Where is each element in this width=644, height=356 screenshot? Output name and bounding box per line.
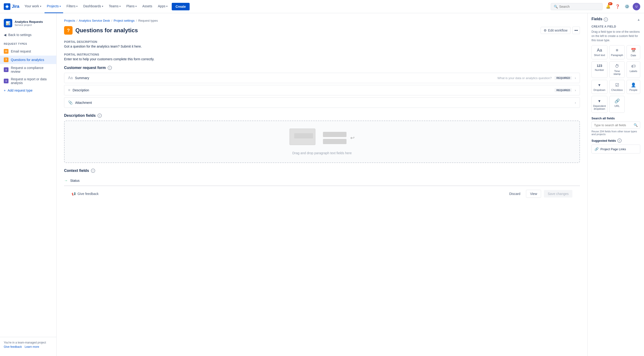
main-content: Projects / Analytics Service Desk / Proj… [56, 13, 588, 356]
field-type-dropdown[interactable]: ▾ Dropdown [592, 80, 608, 94]
field-type-date[interactable]: 📅 Date [626, 45, 640, 59]
field-type-paragraph[interactable]: ≡ Paragraph [609, 45, 625, 59]
jira-logo[interactable]: Jira [4, 3, 19, 10]
notifications-button[interactable]: 🔔 9+ [604, 3, 612, 10]
number-icon: 123 [597, 64, 602, 67]
description-fields-dropzone[interactable]: ↩ Drag and drop paragraph text fields he… [64, 121, 580, 163]
logo-text: Jira [12, 4, 19, 9]
nav-dashboards[interactable]: Dashboards ▾ [81, 0, 106, 13]
breadcrumb-analytics-service-desk[interactable]: Analytics Service Desk [79, 19, 110, 22]
panel-collapse-button[interactable]: ▲ [637, 18, 640, 21]
back-to-settings[interactable]: ◀ Back to settings [0, 31, 56, 39]
project-name: Analytics Requests [14, 20, 43, 23]
customer-request-form-header: Customer request form i [64, 66, 580, 70]
context-fields-info-icon[interactable]: i [91, 169, 95, 173]
nav-assets[interactable]: Assets [140, 0, 154, 13]
field-type-dependent-dropdown[interactable]: ▾ Dependent dropdown [592, 96, 608, 113]
page-header: ? Questions for analytics ⚙ Edit workflo… [64, 26, 580, 35]
create-field-section-label: CREATE A FIELD [592, 25, 640, 28]
discard-button[interactable]: Discard [506, 190, 523, 198]
create-button[interactable]: Create [172, 3, 190, 10]
paragraph-icon: ≡ [616, 48, 618, 53]
notification-badge: 9+ [608, 2, 612, 5]
field-type-short-text[interactable]: Aa Short text [592, 45, 608, 59]
drop-zone-text: Drag and drop paragraph text fields here [292, 151, 352, 155]
view-button[interactable]: View [526, 190, 541, 198]
nav-filters[interactable]: Filters ▾ [64, 0, 80, 13]
learn-more-link[interactable]: Learn more [25, 345, 39, 349]
field-type-checkbox[interactable]: ☑ Checkbox [609, 80, 625, 94]
suggested-fields-label: Suggested fields i [592, 138, 640, 143]
create-field-desc: Drag a field type to one of the sections… [592, 30, 640, 42]
field-type-labels[interactable]: 🏷 Labels [626, 61, 640, 78]
panel-title: Fields [592, 17, 602, 21]
nav-plans[interactable]: Plans ▾ [124, 0, 139, 13]
search-all-fields-input[interactable] [594, 123, 632, 127]
sidebar-footer: You're in a team-managed project Give fe… [0, 337, 56, 352]
attachment-chevron: › [575, 101, 576, 104]
url-icon: 🔗 [614, 98, 620, 104]
project-page-links-icon: 🔗 [594, 147, 598, 151]
breadcrumb-projects[interactable]: Projects [64, 19, 75, 22]
search-all-fields-label: Search all fields [592, 117, 640, 120]
summary-chevron: › [575, 76, 576, 80]
panel-info-icon[interactable]: i [604, 17, 608, 22]
search-all-fields-icon: 🔍 [634, 123, 638, 127]
more-options-button[interactable]: ••• [572, 26, 580, 34]
right-panel: Fields i ▲ CREATE A FIELD Drag a field t… [588, 13, 644, 356]
breadcrumb-request-types: Request types [138, 19, 158, 22]
nav-projects[interactable]: Projects ▾ [44, 0, 63, 13]
sidebar-item-email-request[interactable]: ✉ Email request [0, 47, 56, 55]
avatar[interactable]: U [633, 3, 640, 10]
portal-description-text: Got a question for the analytics team? S… [64, 44, 580, 48]
settings-button[interactable]: ⚙️ [623, 3, 631, 10]
portal-instructions-label: Portal instructions [64, 53, 580, 56]
status-arrow-icon: → [64, 178, 68, 183]
sidebar-item-report-analysis[interactable]: ≡ Request a report or data analysis [0, 75, 56, 87]
project-icon: 📊 [4, 19, 12, 27]
topnav-right: 🔍 🔔 9+ ❓ ⚙️ U [551, 3, 640, 10]
help-button[interactable]: ❓ [614, 3, 622, 10]
breadcrumb-project-settings[interactable]: Project settings [114, 19, 134, 22]
nav-your-work[interactable]: Your work ▾ [22, 0, 44, 13]
context-fields-header: Context fields i [64, 169, 580, 173]
footer-feedback-label: Give feedback [78, 192, 99, 196]
field-type-url[interactable]: 🔗 URL [609, 96, 625, 113]
nav-apps[interactable]: Apps ▾ [156, 0, 170, 13]
add-request-type[interactable]: + Add request type [0, 87, 56, 94]
search-all-fields-input-container[interactable]: 🔍 [592, 121, 640, 129]
customer-form-info-icon[interactable]: i [108, 66, 112, 70]
search-input[interactable] [559, 5, 600, 8]
field-type-timestamp[interactable]: ⏱ Time stamp [609, 61, 625, 78]
drop-arrow-icon: ↩ [350, 135, 354, 141]
short-text-icon: Aa [597, 48, 602, 53]
edit-workflow-button[interactable]: ⚙ Edit workflow [540, 27, 570, 34]
main-layout: 📊 Analytics Requests Service project ◀ B… [0, 13, 644, 356]
context-fields-section: Context fields i → Status [64, 169, 580, 186]
description-fields-info-icon[interactable]: i [98, 113, 102, 118]
save-changes-button[interactable]: Save changes [544, 190, 572, 198]
field-type-people[interactable]: 👤 People [626, 80, 640, 94]
field-type-number[interactable]: 123 Number [592, 61, 608, 78]
description-required-badge: REQUIRED [554, 88, 572, 92]
nav-teams[interactable]: Teams ▾ [106, 0, 123, 13]
sidebar-section-title: Request types [0, 39, 56, 47]
page-icon: ? [64, 26, 72, 35]
description-field-row[interactable]: ≡ Description REQUIRED › [64, 85, 580, 95]
project-type: Service project [14, 23, 43, 26]
back-icon: ◀ [4, 33, 6, 37]
project-page-links-field[interactable]: 🔗 Project Page Links [592, 145, 640, 153]
sidebar-item-compliance-review[interactable]: ≡ Request a compliance review [0, 64, 56, 75]
footer-bar: 📢 Give feedback Discard View Save change… [64, 186, 580, 202]
page-title: Questions for analytics [76, 27, 138, 34]
suggested-fields-info-icon[interactable]: i [618, 138, 622, 143]
timestamp-icon: ⏱ [615, 64, 619, 69]
search-box[interactable]: 🔍 [551, 3, 602, 10]
attachment-field-row[interactable]: 📎 Attachment › [64, 97, 580, 108]
status-field-row[interactable]: → Status [64, 176, 580, 186]
summary-field-row[interactable]: Aa Summary What is your data or analytic… [64, 73, 580, 83]
give-feedback-link[interactable]: Give feedback [4, 345, 22, 349]
description-chevron: › [575, 88, 576, 92]
labels-icon: 🏷 [631, 64, 636, 69]
sidebar-item-questions-analytics[interactable]: ? Questions for analytics [0, 55, 56, 64]
